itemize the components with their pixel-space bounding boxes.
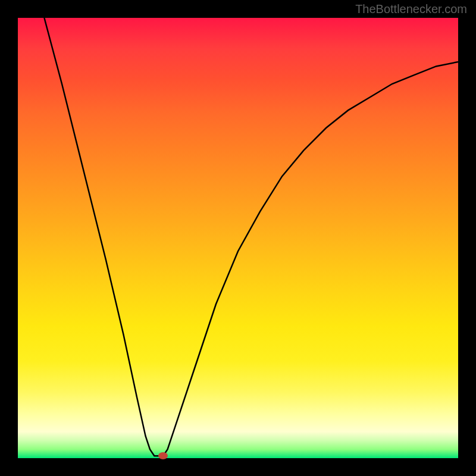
chart-plot-area [18, 18, 458, 458]
bottleneck-curve [18, 18, 458, 458]
attribution-text: TheBottlenecker.com [355, 2, 467, 16]
optimal-point-marker [158, 452, 168, 459]
